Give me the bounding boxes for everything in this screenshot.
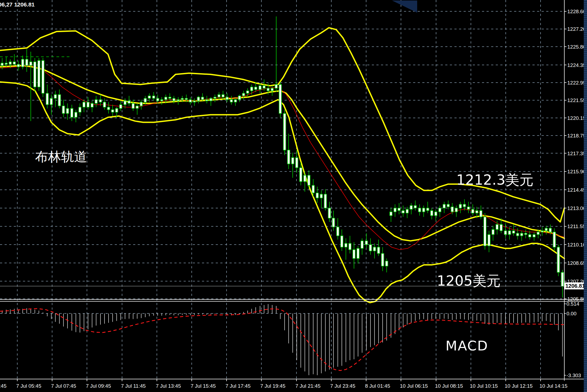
time-axis-label: 7 Jul 19:45 (260, 383, 285, 389)
candle-body (226, 97, 228, 100)
candle (58, 90, 61, 109)
candle (103, 98, 106, 110)
macd-axis-label: 0.514 (566, 301, 579, 307)
candle (234, 98, 237, 106)
candle (95, 96, 97, 107)
time-axis-label: 10 Jul 14:15 (539, 383, 568, 389)
bollinger-lower-band (0, 82, 564, 303)
candle (504, 223, 507, 238)
candle (353, 242, 355, 269)
candle-body (345, 244, 347, 247)
candle-body (255, 87, 257, 89)
candle (406, 207, 409, 218)
candle-body (17, 64, 20, 67)
candle-body (521, 233, 523, 236)
candle (30, 52, 32, 121)
candle-body (263, 86, 265, 88)
candle-body (13, 62, 16, 64)
time-axis-label: 7 Jul 17:45 (225, 383, 251, 389)
candle (218, 92, 220, 100)
candle (431, 208, 433, 219)
candle (206, 96, 208, 103)
time-axis-label: 10 Jul 12:15 (505, 383, 533, 389)
candle (414, 201, 417, 211)
candle (328, 202, 331, 222)
time-axis-label: 7 Jul 15:45 (191, 383, 216, 389)
lower-target-price-annotation: 1205美元 (437, 272, 501, 290)
candle-body (328, 208, 331, 218)
candle-body (369, 245, 372, 251)
candle-body (365, 241, 368, 245)
candle-body (304, 175, 306, 181)
candle-body (66, 109, 69, 114)
candle (435, 209, 437, 221)
candle (382, 247, 384, 271)
candle-body (5, 63, 8, 65)
candle-body (496, 224, 498, 229)
candle-body (492, 229, 494, 235)
candle-body (284, 113, 286, 150)
candle-body (144, 98, 147, 102)
candle-body (463, 204, 466, 207)
candle-body (71, 109, 73, 117)
candle (153, 92, 155, 101)
candle (54, 91, 57, 107)
candle-body (406, 209, 409, 213)
candle-body (361, 241, 363, 248)
candle-body (193, 101, 196, 102)
candle (251, 85, 253, 94)
candle (463, 199, 466, 211)
time-axis-label: 10 Jul 06:15 (400, 383, 428, 389)
bollinger-band-annotation: 布林轨道 (35, 148, 87, 165)
candle-body (107, 107, 110, 110)
candle-body (169, 97, 171, 99)
price-axis-label: 1214.45 (567, 187, 586, 193)
candle-body (185, 98, 188, 100)
candle (132, 100, 134, 111)
time-axis-label: 7 Jul 09:45 (86, 383, 111, 389)
candle (112, 105, 114, 116)
candle (128, 96, 130, 106)
price-axis-label: 1211.55 (567, 224, 585, 229)
candle (525, 229, 527, 238)
candle (386, 259, 388, 272)
candle (279, 82, 282, 117)
candle (561, 270, 564, 298)
ohlc-readout: 06,27 1206.81 (0, 1, 35, 8)
candle-body (62, 106, 65, 113)
candle-body (103, 102, 106, 107)
candle (26, 49, 28, 72)
candle (247, 88, 249, 97)
candle-body (320, 194, 323, 198)
candle-body (557, 247, 560, 272)
candle-body (512, 231, 515, 233)
price-axis-label: 1225.80 (567, 44, 586, 50)
candle-body (353, 250, 355, 259)
candle-body (116, 109, 118, 112)
candle (226, 93, 228, 102)
candle-body (292, 158, 294, 164)
candle-body (91, 103, 93, 107)
candle-body (402, 211, 404, 213)
candle-body (439, 208, 441, 212)
candle (398, 203, 400, 214)
candle-body (148, 96, 151, 98)
bollinger-upper-band (0, 28, 564, 222)
candle (214, 94, 216, 102)
candle-body (271, 88, 274, 91)
candle-body (288, 150, 290, 164)
candle-body (165, 97, 167, 100)
candle-body (410, 205, 413, 209)
candle-body (197, 97, 200, 101)
candle-body (79, 107, 81, 112)
candle (443, 202, 446, 213)
candle (66, 103, 69, 120)
candle-body (173, 98, 175, 101)
time-axis-label: 7 Jul 13:45 (156, 383, 181, 389)
candle (455, 205, 458, 217)
time-axis-label: 7 Jul 07:45 (51, 383, 76, 389)
candle (79, 103, 81, 116)
chart-canvas[interactable]: 1228.601227.201225.801224.351222.951221.… (0, 0, 587, 392)
candle-body (238, 96, 241, 100)
candle (177, 97, 180, 105)
